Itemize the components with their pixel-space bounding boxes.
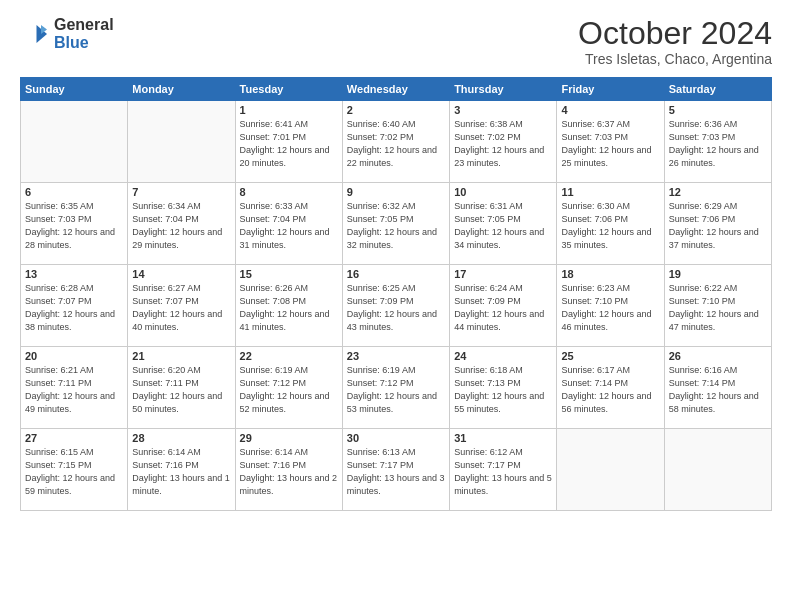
day-number: 4 bbox=[561, 104, 659, 116]
day-info: Sunrise: 6:21 AM Sunset: 7:11 PM Dayligh… bbox=[25, 364, 123, 416]
day-info: Sunrise: 6:19 AM Sunset: 7:12 PM Dayligh… bbox=[347, 364, 445, 416]
calendar-cell: 1Sunrise: 6:41 AM Sunset: 7:01 PM Daylig… bbox=[235, 101, 342, 183]
calendar-cell: 19Sunrise: 6:22 AM Sunset: 7:10 PM Dayli… bbox=[664, 265, 771, 347]
day-info: Sunrise: 6:41 AM Sunset: 7:01 PM Dayligh… bbox=[240, 118, 338, 170]
day-number: 18 bbox=[561, 268, 659, 280]
day-info: Sunrise: 6:32 AM Sunset: 7:05 PM Dayligh… bbox=[347, 200, 445, 252]
day-info: Sunrise: 6:14 AM Sunset: 7:16 PM Dayligh… bbox=[240, 446, 338, 498]
day-info: Sunrise: 6:27 AM Sunset: 7:07 PM Dayligh… bbox=[132, 282, 230, 334]
weekday-header: Saturday bbox=[664, 78, 771, 101]
calendar-week-row: 13Sunrise: 6:28 AM Sunset: 7:07 PM Dayli… bbox=[21, 265, 772, 347]
location-subtitle: Tres Isletas, Chaco, Argentina bbox=[578, 51, 772, 67]
page-header: General Blue October 2024 Tres Isletas, … bbox=[20, 16, 772, 67]
logo-general: General bbox=[54, 16, 114, 34]
calendar-cell: 29Sunrise: 6:14 AM Sunset: 7:16 PM Dayli… bbox=[235, 429, 342, 511]
calendar-cell: 2Sunrise: 6:40 AM Sunset: 7:02 PM Daylig… bbox=[342, 101, 449, 183]
calendar-week-row: 6Sunrise: 6:35 AM Sunset: 7:03 PM Daylig… bbox=[21, 183, 772, 265]
day-number: 5 bbox=[669, 104, 767, 116]
day-number: 12 bbox=[669, 186, 767, 198]
calendar-cell: 7Sunrise: 6:34 AM Sunset: 7:04 PM Daylig… bbox=[128, 183, 235, 265]
calendar-cell: 8Sunrise: 6:33 AM Sunset: 7:04 PM Daylig… bbox=[235, 183, 342, 265]
title-block: October 2024 Tres Isletas, Chaco, Argent… bbox=[578, 16, 772, 67]
logo-blue: Blue bbox=[54, 34, 114, 52]
calendar-cell: 4Sunrise: 6:37 AM Sunset: 7:03 PM Daylig… bbox=[557, 101, 664, 183]
calendar-cell: 13Sunrise: 6:28 AM Sunset: 7:07 PM Dayli… bbox=[21, 265, 128, 347]
day-info: Sunrise: 6:18 AM Sunset: 7:13 PM Dayligh… bbox=[454, 364, 552, 416]
calendar-cell: 30Sunrise: 6:13 AM Sunset: 7:17 PM Dayli… bbox=[342, 429, 449, 511]
day-info: Sunrise: 6:34 AM Sunset: 7:04 PM Dayligh… bbox=[132, 200, 230, 252]
calendar-cell: 5Sunrise: 6:36 AM Sunset: 7:03 PM Daylig… bbox=[664, 101, 771, 183]
day-number: 27 bbox=[25, 432, 123, 444]
calendar-cell: 26Sunrise: 6:16 AM Sunset: 7:14 PM Dayli… bbox=[664, 347, 771, 429]
calendar-cell: 22Sunrise: 6:19 AM Sunset: 7:12 PM Dayli… bbox=[235, 347, 342, 429]
calendar-week-row: 1Sunrise: 6:41 AM Sunset: 7:01 PM Daylig… bbox=[21, 101, 772, 183]
day-info: Sunrise: 6:19 AM Sunset: 7:12 PM Dayligh… bbox=[240, 364, 338, 416]
calendar-cell: 20Sunrise: 6:21 AM Sunset: 7:11 PM Dayli… bbox=[21, 347, 128, 429]
calendar-cell: 21Sunrise: 6:20 AM Sunset: 7:11 PM Dayli… bbox=[128, 347, 235, 429]
calendar-cell: 12Sunrise: 6:29 AM Sunset: 7:06 PM Dayli… bbox=[664, 183, 771, 265]
day-number: 20 bbox=[25, 350, 123, 362]
calendar-cell: 18Sunrise: 6:23 AM Sunset: 7:10 PM Dayli… bbox=[557, 265, 664, 347]
day-number: 11 bbox=[561, 186, 659, 198]
day-number: 24 bbox=[454, 350, 552, 362]
calendar-week-row: 20Sunrise: 6:21 AM Sunset: 7:11 PM Dayli… bbox=[21, 347, 772, 429]
logo-text: General Blue bbox=[54, 16, 114, 51]
calendar-cell: 9Sunrise: 6:32 AM Sunset: 7:05 PM Daylig… bbox=[342, 183, 449, 265]
day-info: Sunrise: 6:17 AM Sunset: 7:14 PM Dayligh… bbox=[561, 364, 659, 416]
day-info: Sunrise: 6:22 AM Sunset: 7:10 PM Dayligh… bbox=[669, 282, 767, 334]
day-info: Sunrise: 6:37 AM Sunset: 7:03 PM Dayligh… bbox=[561, 118, 659, 170]
calendar-table: SundayMondayTuesdayWednesdayThursdayFrid… bbox=[20, 77, 772, 511]
calendar-body: 1Sunrise: 6:41 AM Sunset: 7:01 PM Daylig… bbox=[21, 101, 772, 511]
calendar-cell: 10Sunrise: 6:31 AM Sunset: 7:05 PM Dayli… bbox=[450, 183, 557, 265]
day-number: 26 bbox=[669, 350, 767, 362]
calendar-cell bbox=[21, 101, 128, 183]
logo-icon bbox=[20, 19, 50, 49]
day-info: Sunrise: 6:29 AM Sunset: 7:06 PM Dayligh… bbox=[669, 200, 767, 252]
weekday-header: Friday bbox=[557, 78, 664, 101]
calendar-cell: 11Sunrise: 6:30 AM Sunset: 7:06 PM Dayli… bbox=[557, 183, 664, 265]
day-number: 22 bbox=[240, 350, 338, 362]
day-number: 16 bbox=[347, 268, 445, 280]
calendar-cell bbox=[128, 101, 235, 183]
day-info: Sunrise: 6:13 AM Sunset: 7:17 PM Dayligh… bbox=[347, 446, 445, 498]
day-info: Sunrise: 6:20 AM Sunset: 7:11 PM Dayligh… bbox=[132, 364, 230, 416]
weekday-header: Sunday bbox=[21, 78, 128, 101]
day-info: Sunrise: 6:26 AM Sunset: 7:08 PM Dayligh… bbox=[240, 282, 338, 334]
calendar-cell: 24Sunrise: 6:18 AM Sunset: 7:13 PM Dayli… bbox=[450, 347, 557, 429]
day-number: 1 bbox=[240, 104, 338, 116]
weekday-header: Thursday bbox=[450, 78, 557, 101]
calendar-cell: 16Sunrise: 6:25 AM Sunset: 7:09 PM Dayli… bbox=[342, 265, 449, 347]
day-info: Sunrise: 6:14 AM Sunset: 7:16 PM Dayligh… bbox=[132, 446, 230, 498]
calendar-cell: 14Sunrise: 6:27 AM Sunset: 7:07 PM Dayli… bbox=[128, 265, 235, 347]
day-number: 7 bbox=[132, 186, 230, 198]
day-number: 28 bbox=[132, 432, 230, 444]
calendar-cell bbox=[664, 429, 771, 511]
day-number: 31 bbox=[454, 432, 552, 444]
logo: General Blue bbox=[20, 16, 114, 51]
calendar-cell: 3Sunrise: 6:38 AM Sunset: 7:02 PM Daylig… bbox=[450, 101, 557, 183]
month-title: October 2024 bbox=[578, 16, 772, 51]
day-number: 23 bbox=[347, 350, 445, 362]
day-number: 2 bbox=[347, 104, 445, 116]
day-info: Sunrise: 6:36 AM Sunset: 7:03 PM Dayligh… bbox=[669, 118, 767, 170]
day-number: 15 bbox=[240, 268, 338, 280]
day-info: Sunrise: 6:35 AM Sunset: 7:03 PM Dayligh… bbox=[25, 200, 123, 252]
day-number: 13 bbox=[25, 268, 123, 280]
day-info: Sunrise: 6:31 AM Sunset: 7:05 PM Dayligh… bbox=[454, 200, 552, 252]
weekday-header: Monday bbox=[128, 78, 235, 101]
day-info: Sunrise: 6:30 AM Sunset: 7:06 PM Dayligh… bbox=[561, 200, 659, 252]
day-number: 30 bbox=[347, 432, 445, 444]
calendar-header: SundayMondayTuesdayWednesdayThursdayFrid… bbox=[21, 78, 772, 101]
day-number: 6 bbox=[25, 186, 123, 198]
day-number: 8 bbox=[240, 186, 338, 198]
calendar-week-row: 27Sunrise: 6:15 AM Sunset: 7:15 PM Dayli… bbox=[21, 429, 772, 511]
day-info: Sunrise: 6:23 AM Sunset: 7:10 PM Dayligh… bbox=[561, 282, 659, 334]
day-info: Sunrise: 6:40 AM Sunset: 7:02 PM Dayligh… bbox=[347, 118, 445, 170]
day-number: 21 bbox=[132, 350, 230, 362]
day-info: Sunrise: 6:24 AM Sunset: 7:09 PM Dayligh… bbox=[454, 282, 552, 334]
day-number: 19 bbox=[669, 268, 767, 280]
calendar-cell: 27Sunrise: 6:15 AM Sunset: 7:15 PM Dayli… bbox=[21, 429, 128, 511]
day-info: Sunrise: 6:38 AM Sunset: 7:02 PM Dayligh… bbox=[454, 118, 552, 170]
day-info: Sunrise: 6:33 AM Sunset: 7:04 PM Dayligh… bbox=[240, 200, 338, 252]
day-info: Sunrise: 6:25 AM Sunset: 7:09 PM Dayligh… bbox=[347, 282, 445, 334]
